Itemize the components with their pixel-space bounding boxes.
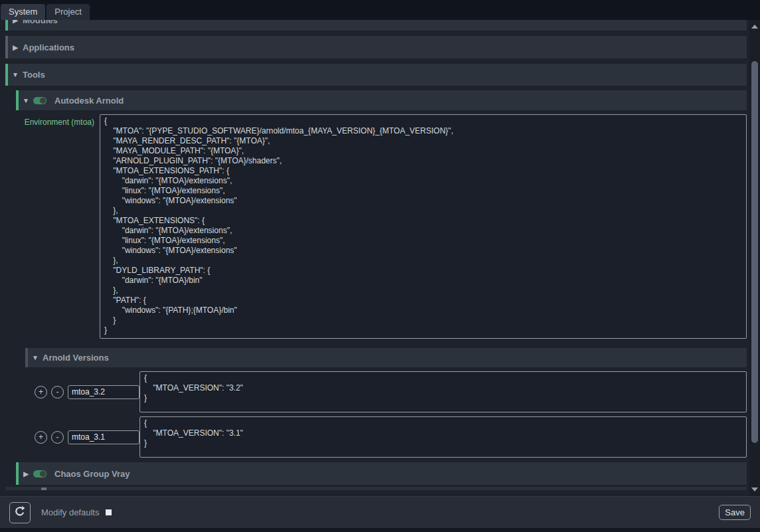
scroll-up-arrow[interactable]: [749, 21, 760, 32]
section-header-modules[interactable]: ▶ Modules: [5, 20, 747, 31]
clipped-next-row: [5, 487, 747, 490]
version-name-input[interactable]: [68, 385, 140, 399]
modify-defaults-checkbox[interactable]: [106, 509, 112, 515]
add-version-button[interactable]: +: [35, 386, 47, 399]
vray-enabled-toggle[interactable]: [33, 470, 47, 478]
vertical-scrollbar[interactable]: [749, 20, 760, 496]
tools-section-body: ▼ Autodesk Arnold Environment (mtoa) { "…: [0, 86, 749, 490]
window-bottom-edge: [0, 528, 760, 532]
version-item-controls: + -: [5, 385, 140, 399]
section-label: Applications: [23, 43, 74, 52]
refresh-icon: [14, 505, 26, 519]
version-json-editor[interactable]: { "MTOA_VERSION": "3.1" }: [140, 416, 747, 458]
add-version-button[interactable]: +: [35, 431, 47, 444]
environment-field-row: Environment (mtoa) { "MTOA": "{PYPE_STUD…: [5, 114, 747, 339]
section-header-autodesk-arnold[interactable]: ▼ Autodesk Arnold: [16, 90, 747, 110]
chevron-down-icon: ▼: [8, 71, 23, 78]
chevron-right-icon: ▶: [8, 44, 23, 51]
settings-scroll-area: ▶ Modules ▶ Applications ▼ Tools ▼ Autod…: [0, 20, 760, 496]
refresh-button[interactable]: [9, 502, 31, 523]
settings-tab-bar: System Project: [0, 0, 760, 20]
environment-json-editor[interactable]: { "MTOA": "{PYPE_STUDIO_SOFTWARE}/arnold…: [100, 114, 747, 339]
section-label: Tools: [23, 70, 45, 80]
footer-bar: Modify defaults Save: [0, 496, 760, 528]
modify-defaults-label: Modify defaults: [41, 507, 99, 517]
section-header-chaos-group-vray[interactable]: ▶ Chaos Group Vray: [16, 462, 747, 485]
version-name-input[interactable]: [68, 430, 140, 444]
version-item-row: + - { "MTOA_VERSION": "3.1" }: [5, 416, 747, 458]
clipped-checkbox: [41, 488, 47, 490]
chevron-down-icon: ▼: [19, 97, 33, 104]
chevron-right-icon: ▶: [19, 470, 33, 478]
arnold-enabled-toggle[interactable]: [33, 97, 47, 104]
section-header-tools[interactable]: ▼ Tools: [5, 64, 747, 86]
section-header-arnold-versions[interactable]: ▼ Arnold Versions: [25, 348, 747, 367]
scroll-down-arrow[interactable]: [749, 484, 760, 495]
scrollbar-thumb[interactable]: [751, 61, 758, 443]
chevron-down-icon: ▼: [28, 354, 43, 361]
save-button[interactable]: Save: [719, 505, 751, 520]
section-header-applications[interactable]: ▶ Applications: [5, 36, 747, 58]
version-json-editor[interactable]: { "MTOA_VERSION": "3.2" }: [140, 371, 747, 412]
section-label: Chaos Group Vray: [54, 469, 130, 479]
remove-version-button[interactable]: -: [51, 386, 64, 399]
chevron-right-icon: ▶: [8, 20, 23, 24]
version-item-controls: + -: [5, 430, 140, 444]
section-label: Arnold Versions: [43, 353, 109, 363]
tab-system[interactable]: System: [1, 4, 45, 20]
version-item-row: + - { "MTOA_VERSION": "3.2" }: [5, 371, 747, 412]
section-label: Modules: [23, 20, 58, 25]
environment-label: Environment (mtoa): [5, 114, 100, 127]
section-label: Autodesk Arnold: [54, 96, 124, 106]
tab-project[interactable]: Project: [47, 4, 89, 20]
remove-version-button[interactable]: -: [51, 431, 64, 444]
